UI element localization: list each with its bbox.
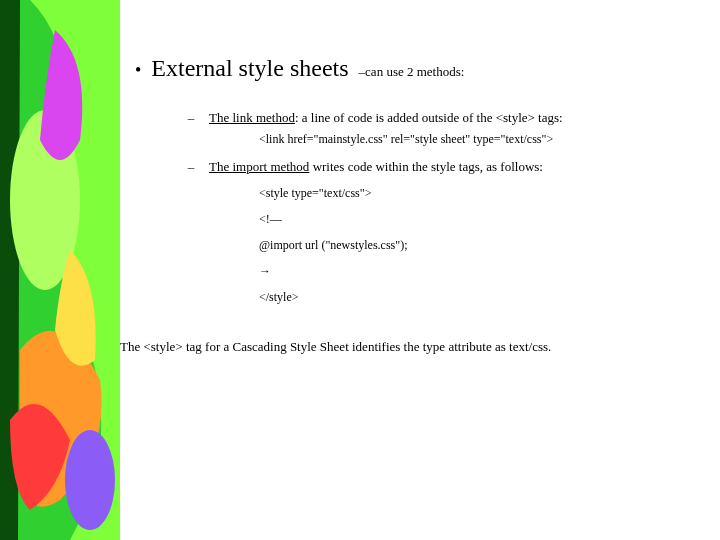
code-line: → bbox=[259, 259, 695, 283]
dash-icon: – bbox=[185, 110, 197, 126]
heading-row: • External style sheets –can use 2 metho… bbox=[135, 55, 695, 82]
method-desc: : a line of code is added outside of the… bbox=[295, 110, 563, 125]
heading-main: External style sheets bbox=[151, 55, 348, 81]
code-snippet-import: <style type="text/css"> <!— @import url … bbox=[259, 181, 695, 309]
decorative-sidebar-art bbox=[0, 0, 120, 540]
code-line: <style type="text/css"> bbox=[259, 181, 695, 205]
footer-note: The <style> tag for a Cascading Style Sh… bbox=[120, 339, 695, 355]
code-snippet-link: <link href="mainstyle.css" rel="style sh… bbox=[259, 132, 695, 147]
dash-icon: – bbox=[185, 159, 197, 175]
method-desc: writes code within the style tags, as fo… bbox=[309, 159, 543, 174]
svg-point-2 bbox=[65, 430, 115, 530]
code-line: @import url ("newstyles.css"); bbox=[259, 233, 695, 257]
method-label: The link method bbox=[209, 110, 295, 125]
code-line: <!— bbox=[259, 207, 695, 231]
heading-sub: –can use 2 methods: bbox=[359, 64, 465, 79]
code-line: </style> bbox=[259, 285, 695, 309]
list-item: – The link method: a line of code is add… bbox=[185, 110, 695, 126]
bullet-icon: • bbox=[135, 61, 141, 79]
slide-content: • External style sheets –can use 2 metho… bbox=[135, 55, 695, 355]
method-label: The import method bbox=[209, 159, 309, 174]
method-list: – The link method: a line of code is add… bbox=[185, 110, 695, 309]
list-item: – The import method writes code within t… bbox=[185, 159, 695, 175]
